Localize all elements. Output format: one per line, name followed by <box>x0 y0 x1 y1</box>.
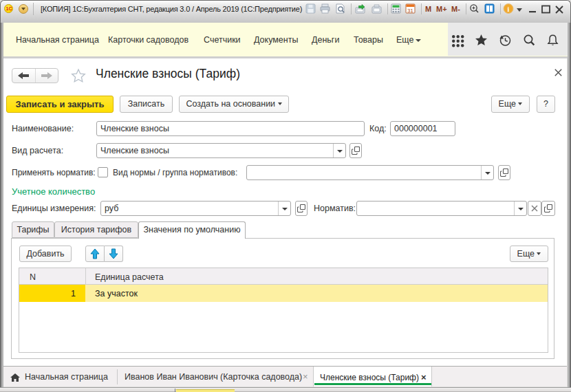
svg-text:M-: M- <box>451 5 460 13</box>
svg-text:M: M <box>425 5 431 13</box>
svg-text:M+: M+ <box>436 5 447 13</box>
svg-text:i: i <box>508 6 510 13</box>
svg-text:31: 31 <box>407 8 413 14</box>
